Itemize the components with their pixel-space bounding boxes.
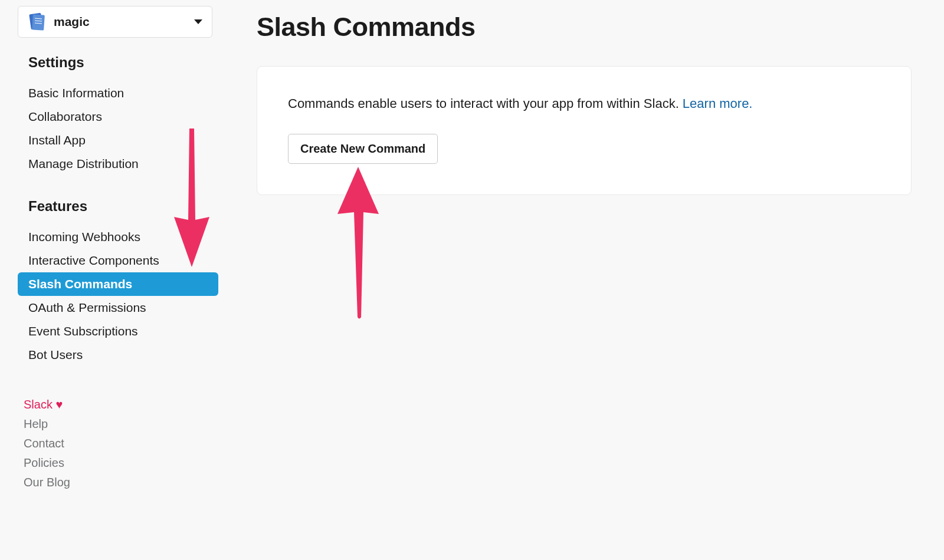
footer-link-help[interactable]: Help bbox=[18, 414, 218, 434]
nav-item-basic-information[interactable]: Basic Information bbox=[18, 81, 218, 105]
section-header-features: Features bbox=[28, 198, 218, 215]
app-selector-dropdown[interactable]: magic bbox=[18, 6, 212, 38]
nav-item-oauth-permissions[interactable]: OAuth & Permissions bbox=[18, 296, 218, 319]
footer-link-policies[interactable]: Policies bbox=[18, 453, 218, 473]
nav-item-manage-distribution[interactable]: Manage Distribution bbox=[18, 152, 218, 176]
nav-item-collaborators[interactable]: Collaborators bbox=[18, 105, 218, 129]
app-selector-label: magic bbox=[54, 15, 194, 29]
main-content: Slash Commands Commands enable users to … bbox=[218, 6, 926, 492]
heart-icon: ♥ bbox=[55, 398, 63, 411]
footer-links: Slack ♥ Help Contact Policies Our Blog bbox=[18, 395, 218, 492]
nav-item-slash-commands[interactable]: Slash Commands bbox=[18, 272, 218, 296]
create-new-command-button[interactable]: Create New Command bbox=[288, 134, 438, 164]
nav-item-bot-users[interactable]: Bot Users bbox=[18, 343, 218, 367]
nav-item-event-subscriptions[interactable]: Event Subscriptions bbox=[18, 319, 218, 343]
learn-more-link[interactable]: Learn more. bbox=[683, 96, 753, 111]
nav-item-install-app[interactable]: Install App bbox=[18, 129, 218, 152]
page-title: Slash Commands bbox=[257, 12, 926, 42]
card-description: Commands enable users to interact with y… bbox=[288, 96, 880, 111]
footer-link-contact[interactable]: Contact bbox=[18, 434, 218, 453]
footer-link-slack[interactable]: Slack ♥ bbox=[18, 395, 218, 414]
sidebar: magic Settings Basic Information Collabo… bbox=[18, 6, 218, 492]
nav-item-incoming-webhooks[interactable]: Incoming Webhooks bbox=[18, 225, 218, 249]
footer-link-slack-label: Slack bbox=[24, 398, 53, 411]
svg-rect-1 bbox=[32, 14, 45, 30]
nav-list-features: Incoming Webhooks Interactive Components… bbox=[18, 225, 218, 367]
nav-list-settings: Basic Information Collaborators Install … bbox=[18, 81, 218, 176]
app-icon bbox=[28, 12, 47, 31]
chevron-down-icon bbox=[194, 19, 202, 24]
section-header-settings: Settings bbox=[28, 54, 218, 71]
nav-item-interactive-components[interactable]: Interactive Components bbox=[18, 249, 218, 272]
commands-card: Commands enable users to interact with y… bbox=[257, 66, 912, 195]
card-description-text: Commands enable users to interact with y… bbox=[288, 96, 683, 111]
footer-link-our-blog[interactable]: Our Blog bbox=[18, 473, 218, 492]
